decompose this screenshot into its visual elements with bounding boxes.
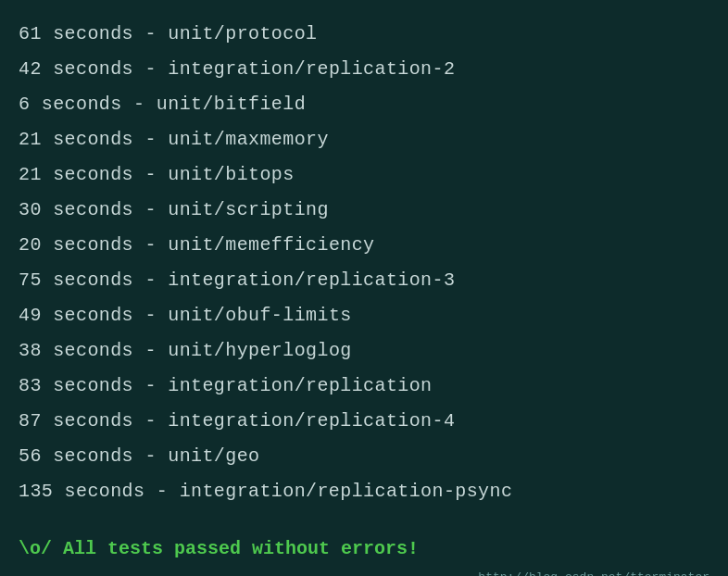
separator: -: [133, 234, 168, 256]
test-name: unit/bitfield: [157, 94, 306, 115]
seconds-value: 83 seconds: [19, 375, 133, 396]
terminal-line: 135 seconds - integration/replication-ps…: [19, 474, 709, 509]
watermark: http://blog.csdn.net/tterminator: [19, 570, 709, 576]
separator: -: [133, 375, 168, 396]
seconds-value: 42 seconds: [19, 58, 133, 80]
separator: -: [133, 269, 168, 291]
seconds-value: 21 seconds: [19, 164, 133, 185]
test-name: unit/memefficiency: [168, 234, 374, 256]
seconds-value: 49 seconds: [19, 305, 133, 326]
separator: -: [133, 129, 168, 150]
seconds-value: 75 seconds: [19, 269, 133, 291]
separator: -: [133, 305, 168, 326]
footer-area: \o/ All tests passed without errors! htt…: [19, 532, 709, 576]
test-name: unit/obuf-limits: [168, 305, 351, 326]
test-name: integration/replication-3: [168, 269, 455, 291]
test-name: unit/hyperloglog: [168, 340, 351, 361]
seconds-value: 61 seconds: [19, 23, 133, 44]
terminal-line: 49 seconds - unit/obuf-limits: [19, 298, 709, 333]
separator: -: [133, 23, 168, 44]
seconds-value: 20 seconds: [19, 234, 133, 256]
terminal-line: 38 seconds - unit/hyperloglog: [19, 333, 709, 369]
success-message: All tests passed without errors!: [63, 538, 419, 559]
test-name: unit/geo: [168, 445, 259, 467]
separator: -: [133, 199, 168, 220]
test-name: unit/maxmemory: [168, 129, 329, 150]
seconds-value: 87 seconds: [19, 410, 133, 432]
separator: -: [133, 58, 168, 80]
terminal-output: 61 seconds - unit/protocol42 seconds - i…: [19, 17, 709, 509]
test-name: integration/replication-psync: [180, 481, 513, 502]
test-name: integration/replication-4: [168, 410, 455, 432]
seconds-value: 135 seconds: [19, 481, 144, 502]
test-name: integration/replication-2: [168, 58, 455, 80]
separator: -: [122, 94, 157, 115]
terminal-line: 83 seconds - integration/replication: [19, 369, 709, 404]
test-name: unit/protocol: [168, 23, 317, 44]
seconds-value: 6 seconds: [19, 94, 122, 115]
terminal-line: 42 seconds - integration/replication-2: [19, 52, 709, 87]
terminal-line: 21 seconds - unit/maxmemory: [19, 122, 709, 157]
terminal-line: 6 seconds - unit/bitfield: [19, 87, 709, 122]
terminal-line: 56 seconds - unit/geo: [19, 439, 709, 474]
terminal-line: 30 seconds - unit/scripting: [19, 193, 709, 228]
terminal-line: 20 seconds - unit/memefficiency: [19, 228, 709, 263]
separator: -: [144, 481, 179, 502]
seconds-value: 38 seconds: [19, 340, 133, 361]
success-line: \o/ All tests passed without errors!: [19, 532, 709, 567]
seconds-value: 30 seconds: [19, 199, 133, 220]
separator: -: [133, 410, 168, 432]
success-icon: \o/: [19, 538, 63, 559]
separator: -: [133, 164, 168, 185]
separator: -: [133, 340, 168, 361]
test-name: unit/scripting: [168, 199, 329, 220]
seconds-value: 56 seconds: [19, 445, 133, 467]
separator: -: [133, 445, 168, 467]
terminal-line: 75 seconds - integration/replication-3: [19, 263, 709, 298]
test-name: integration/replication: [168, 375, 432, 396]
terminal-line: 87 seconds - integration/replication-4: [19, 404, 709, 439]
terminal-line: 21 seconds - unit/bitops: [19, 157, 709, 193]
terminal-line: 61 seconds - unit/protocol: [19, 17, 709, 52]
seconds-value: 21 seconds: [19, 129, 133, 150]
test-name: unit/bitops: [168, 164, 294, 185]
